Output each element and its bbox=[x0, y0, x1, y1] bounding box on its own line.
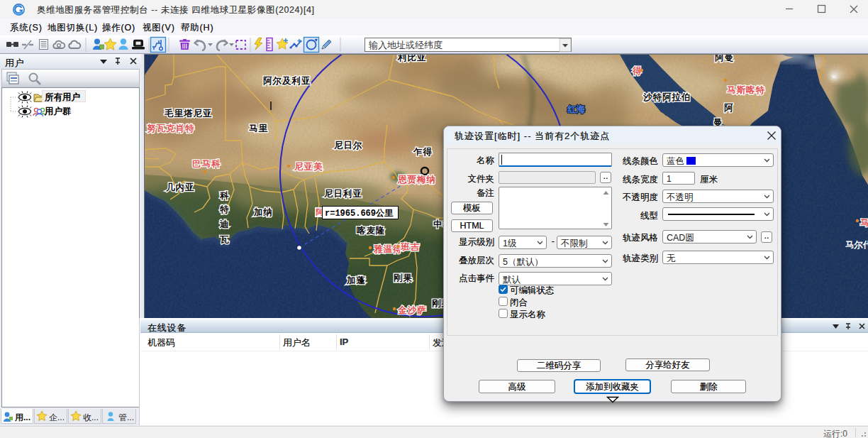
svg-text:乍得: 乍得 bbox=[413, 147, 433, 157]
svg-text:尼亚美: 尼亚美 bbox=[294, 161, 323, 172]
svg-text:瓦: 瓦 bbox=[220, 235, 230, 245]
svg-text:喀麦隆: 喀麦隆 bbox=[357, 226, 386, 236]
svg-text:巴马科: 巴马科 bbox=[192, 159, 221, 169]
svg-text:输入地址或经纬度: 输入地址或经纬度 bbox=[368, 40, 443, 50]
svg-text:r=1965.669公里: r=1965.669公里 bbox=[325, 209, 394, 219]
svg-text:迪: 迪 bbox=[219, 219, 230, 229]
svg-text:沙特阿拉伯: 沙特阿拉伯 bbox=[643, 92, 691, 102]
svg-text:班吉: 班吉 bbox=[400, 242, 420, 252]
svg-text:马累: 马累 bbox=[860, 218, 868, 228]
svg-text:马斯喀特: 马斯喀特 bbox=[727, 85, 765, 95]
svg-text:几内亚: 几内亚 bbox=[165, 182, 195, 192]
svg-text:金沙萨: 金沙萨 bbox=[397, 305, 427, 315]
svg-text:阿曼: 阿曼 bbox=[715, 55, 734, 62]
svg-text:马尔代: 马尔代 bbox=[845, 240, 868, 250]
svg-text:红海: 红海 bbox=[567, 104, 586, 114]
svg-text:毛里塔尼亚: 毛里塔尼亚 bbox=[164, 108, 213, 119]
svg-text:阿尔及利亚: 阿尔及利亚 bbox=[263, 76, 311, 86]
svg-text:努瓦克肖特: 努瓦克肖特 bbox=[147, 124, 195, 133]
svg-text:阿: 阿 bbox=[724, 103, 734, 113]
svg-text:恩贾梅纳: 恩贾梅纳 bbox=[397, 175, 436, 185]
svg-text:马里: 马里 bbox=[249, 124, 268, 133]
svg-text:尼日利亚: 尼日利亚 bbox=[323, 189, 362, 199]
svg-text:科: 科 bbox=[219, 191, 230, 201]
svg-text:加蓬: 加蓬 bbox=[346, 275, 366, 285]
svg-text:加纳: 加纳 bbox=[253, 207, 273, 217]
svg-text:尼日尔: 尼日尔 bbox=[333, 141, 363, 150]
svg-text:刚果: 刚果 bbox=[394, 273, 413, 283]
svg-text:利比亚: 利比亚 bbox=[397, 55, 427, 62]
svg-text:特: 特 bbox=[219, 204, 230, 214]
